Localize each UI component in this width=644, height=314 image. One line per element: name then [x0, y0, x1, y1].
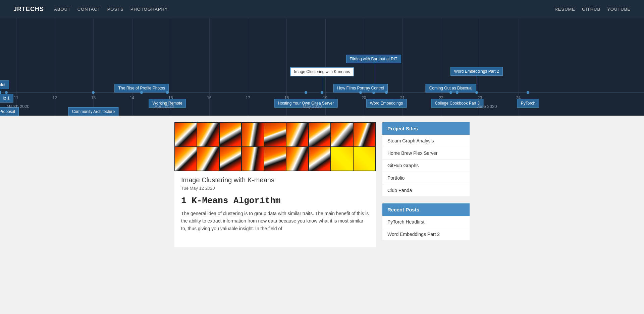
- timeline-inner: pyplotiz 1itecture ProposalCommunity Arc…: [0, 18, 644, 116]
- nav-posts[interactable]: POSTS: [107, 7, 124, 12]
- portfolio-link[interactable]: Portfolio: [382, 172, 470, 184]
- article-title: Image Clustering with K-means: [181, 176, 369, 184]
- list-item: Word Embeddings Part 2: [382, 228, 470, 241]
- list-item: Home Brew Plex Server: [382, 147, 470, 160]
- heatmap-cell: [286, 123, 308, 146]
- article-card: Image Clustering with K-means Tue May 12…: [174, 122, 376, 247]
- github-graphs-link[interactable]: GitHub Graphs: [382, 160, 470, 172]
- heatmap-cell: [197, 123, 219, 146]
- list-item: GitHub Graphs: [382, 160, 470, 172]
- heatmap-cell: [286, 147, 308, 171]
- heatmap-cell: [331, 147, 353, 171]
- nav-brand[interactable]: JRTECHS: [13, 6, 44, 13]
- heatmap-cell: [354, 147, 375, 171]
- word-embeddings-link[interactable]: Word Embeddings Part 2: [382, 228, 470, 240]
- nav-github[interactable]: GITHUB: [582, 7, 600, 12]
- heatmap-cell: [220, 147, 241, 171]
- sidebar: Project Sites Steam Graph Analysis Home …: [382, 122, 470, 247]
- article-heading: 1 K-Means Algorithm: [181, 196, 369, 206]
- home-brew-link[interactable]: Home Brew Plex Server: [382, 147, 470, 159]
- nav-youtube[interactable]: YOUTUBE: [607, 7, 631, 12]
- timeline: pyplotiz 1itecture ProposalCommunity Arc…: [0, 18, 644, 116]
- project-sites-list: Steam Graph Analysis Home Brew Plex Serv…: [382, 135, 470, 197]
- heatmap-cell: [242, 147, 263, 171]
- heatmap-cell: [354, 123, 375, 146]
- recent-posts-section: Recent Posts PyTorch Headfirst Word Embe…: [382, 203, 470, 241]
- pytorch-link[interactable]: PyTorch Headfirst: [382, 216, 470, 228]
- list-item: Club Panda: [382, 184, 470, 197]
- recent-posts-list: PyTorch Headfirst Word Embeddings Part 2: [382, 216, 470, 241]
- heatmap-cell: [197, 147, 219, 171]
- heatmap-cell: [309, 147, 330, 171]
- nav-left: JRTECHS ABOUT CONTACT POSTS PHOTOGRAPHY: [13, 6, 168, 13]
- nav-about[interactable]: ABOUT: [54, 7, 71, 12]
- navbar: JRTECHS ABOUT CONTACT POSTS PHOTOGRAPHY …: [0, 0, 644, 18]
- heatmap-cell: [175, 147, 197, 171]
- heatmap-cell: [242, 123, 263, 146]
- recent-posts-header: Recent Posts: [382, 203, 470, 216]
- heatmap-cell: [264, 123, 286, 146]
- article-body: Image Clustering with K-means Tue May 12…: [174, 171, 376, 237]
- main-content: Image Clustering with K-means Tue May 12…: [0, 116, 644, 254]
- heatmap-cell: [175, 123, 197, 146]
- heatmap-cell: [331, 123, 353, 146]
- project-sites-header: Project Sites: [382, 122, 470, 135]
- article-date: Tue May 12 2020: [181, 186, 369, 191]
- heatmap-cell: [309, 123, 330, 146]
- nav-resume[interactable]: RESUME: [554, 7, 575, 12]
- list-item: PyTorch Headfirst: [382, 216, 470, 228]
- article-images: [174, 122, 376, 171]
- nav-photography[interactable]: PHOTOGRAPHY: [130, 7, 168, 12]
- list-item: Steam Graph Analysis: [382, 135, 470, 147]
- nav-contact[interactable]: CONTACT: [77, 7, 101, 12]
- list-item: Portfolio: [382, 172, 470, 184]
- heatmap-cell: [264, 147, 286, 171]
- article-text: The general idea of clustering is to gro…: [181, 210, 369, 232]
- nav-links: ABOUT CONTACT POSTS PHOTOGRAPHY: [54, 7, 168, 12]
- heatmap-cell: [220, 123, 241, 146]
- nav-right: RESUME GITHUB YOUTUBE: [554, 7, 631, 12]
- steam-graph-link[interactable]: Steam Graph Analysis: [382, 135, 470, 147]
- project-sites-section: Project Sites Steam Graph Analysis Home …: [382, 122, 470, 197]
- club-panda-link[interactable]: Club Panda: [382, 184, 470, 196]
